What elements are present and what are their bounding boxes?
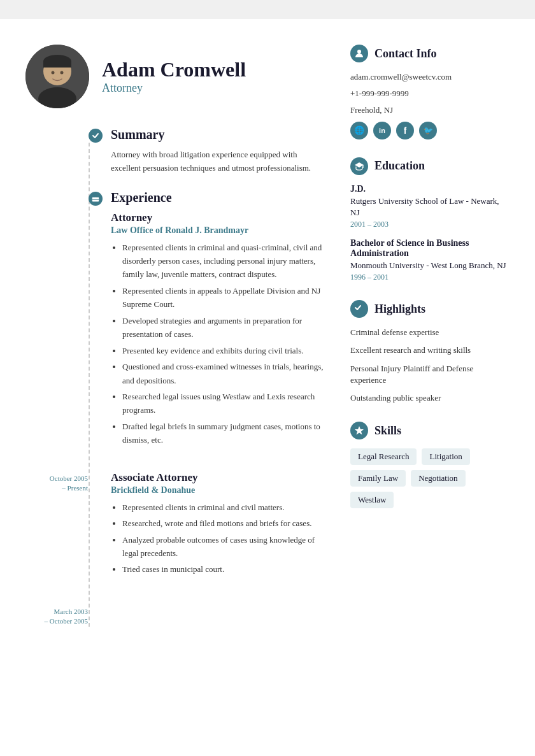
contact-location: Freehold, NJ <box>350 104 510 116</box>
highlights-title: Highlights <box>374 303 425 316</box>
bullet-item: Represented clients in appeals to Appell… <box>122 284 325 311</box>
bullet-item: Questioned and cross-examined witnesses … <box>122 360 325 387</box>
summary-section: Summary Attorney with broad litigation e… <box>25 127 325 175</box>
summary-content: Summary Attorney with broad litigation e… <box>96 127 325 175</box>
contact-title: Contact Info <box>374 47 437 61</box>
edu-school-1: Rutgers University School of Law - Newar… <box>350 196 510 218</box>
highlights-section: Highlights Criminal defense expertise Ex… <box>350 300 510 404</box>
contact-header: Contact Info <box>350 45 510 62</box>
contact-section: Contact Info adam.cromwell@sweetcv.com +… <box>350 45 510 139</box>
summary-dot <box>89 129 103 143</box>
linkedin-icon[interactable]: in <box>373 122 391 139</box>
timeline-col-summary <box>25 127 96 175</box>
skills-header: Skills <box>350 422 510 439</box>
svg-rect-4 <box>43 61 71 68</box>
svg-point-6 <box>61 71 64 75</box>
web-icon[interactable]: 🌐 <box>350 122 368 139</box>
social-icons-row: 🌐 in f 🐦 <box>350 122 510 139</box>
header-text: Adam Cromwell Attorney <box>102 58 246 95</box>
facebook-icon[interactable]: f <box>396 122 414 139</box>
edu-degree-1: J.D. <box>350 184 510 194</box>
highlights-header: Highlights <box>350 300 510 318</box>
svg-marker-11 <box>355 426 364 435</box>
left-column: Adam Cromwell Attorney Summary <box>25 45 338 750</box>
edu-years-1: 2001 – 2003 <box>350 220 510 229</box>
education-section: Education J.D. Rutgers University School… <box>350 157 510 283</box>
svg-point-5 <box>52 71 55 75</box>
bullet-item: Presented key evidence and exhibits duri… <box>122 344 325 357</box>
highlight-3: Personal Injury Plaintiff and Defense ex… <box>350 363 510 386</box>
highlights-icon <box>350 300 368 318</box>
job-2-date-section: March 2003– October 2005 <box>25 390 325 627</box>
resume-container: Adam Cromwell Attorney Summary <box>0 19 535 756</box>
skill-legal-research: Legal Research <box>350 448 417 465</box>
job-1-company: Law Office of Ronald J. Brandmayr <box>111 225 325 236</box>
contact-email: adam.cromwell@sweetcv.com <box>350 71 510 83</box>
experience-dot <box>89 192 103 206</box>
timeline: Summary Attorney with broad litigation e… <box>25 127 325 627</box>
skill-westlaw: Westlaw <box>350 492 394 508</box>
twitter-icon[interactable]: 🐦 <box>419 122 437 139</box>
education-title: Education <box>374 159 425 173</box>
skills-section: Skills Legal Research Litigation Family … <box>350 422 510 508</box>
edu-years-2: 1996 – 2001 <box>350 273 510 282</box>
avatar <box>25 45 89 108</box>
timeline-col-job2-date: March 2003– October 2005 <box>25 390 96 627</box>
skills-container: Legal Research Litigation Family Law Neg… <box>350 448 510 508</box>
job-2-date: March 2003– October 2005 <box>45 607 88 627</box>
education-header: Education <box>350 157 510 175</box>
education-icon <box>350 157 368 175</box>
bullet-item: Developed strategies and arguments in pr… <box>122 314 325 341</box>
summary-title: Summary <box>111 127 325 142</box>
full-name: Adam Cromwell <box>102 58 246 82</box>
highlight-1: Criminal defense expertise <box>350 327 510 338</box>
skill-litigation: Litigation <box>422 448 469 465</box>
skills-icon <box>350 422 368 439</box>
bullet-item: Represented clients in criminal and quas… <box>122 241 325 282</box>
skill-family-law: Family Law <box>350 470 406 487</box>
contact-icon <box>350 45 368 62</box>
contact-phone: +1-999-999-9999 <box>350 88 510 99</box>
resume-header: Adam Cromwell Attorney <box>25 45 325 108</box>
svg-point-9 <box>357 50 361 53</box>
skill-negotiation: Negotiation <box>411 470 465 487</box>
summary-text: Attorney with broad litigation experienc… <box>111 148 325 175</box>
edu-degree-2: Bachelor of Science in Business Administ… <box>350 238 510 259</box>
right-column: Contact Info adam.cromwell@sweetcv.com +… <box>338 45 510 750</box>
experience-title: Experience <box>111 190 325 205</box>
edu-school-2: Monmouth University - West Long Branch, … <box>350 260 510 271</box>
highlight-2: Excellent research and writing skills <box>350 345 510 356</box>
skills-title: Skills <box>374 424 401 438</box>
highlight-4: Outstanding public speaker <box>350 392 510 404</box>
job-title: Attorney <box>102 82 246 95</box>
job-1-title: Attorney <box>111 211 325 224</box>
